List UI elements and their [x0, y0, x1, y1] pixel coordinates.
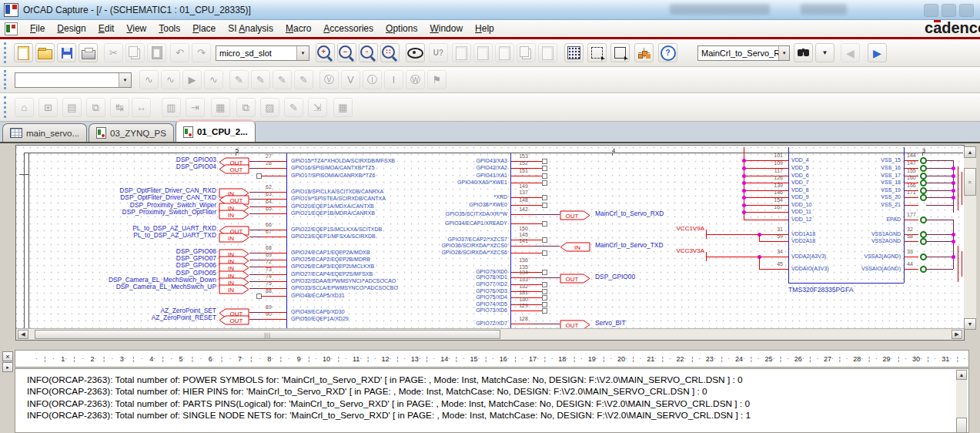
pin-number[interactable]: 28 [255, 160, 283, 166]
renumber-parts-button[interactable]: ⊞ [38, 98, 58, 117]
part-value-label[interactable]: TMS320F28335PGFA [788, 286, 854, 294]
power-wire[interactable] [706, 234, 788, 235]
tab-main-servo-[interactable]: main_servo... [2, 123, 87, 142]
net-label[interactable]: PL_to_DSP_AZ_UART_TXD [32, 232, 216, 239]
pin-number[interactable]: 150 [512, 226, 535, 232]
net-wire[interactable] [533, 324, 560, 324]
menu-si-analysis[interactable]: SI Analysis [222, 22, 279, 35]
edit-properties-button[interactable]: ✎ [284, 98, 303, 117]
edit-page-button[interactable]: ⧉ [86, 98, 105, 117]
pin-number[interactable]: 128 [512, 316, 535, 322]
toggle-power-display-button[interactable]: ⚑ [427, 70, 447, 89]
toggle-voltage-display-button[interactable]: Ⅴ [341, 70, 360, 89]
net-wire[interactable] [926, 160, 953, 161]
schematic-v-scrollbar[interactable]: ▲ ≡ ▼ [964, 146, 976, 330]
pin-name[interactable]: GPIO22/EQEP1S/MCLKXA/SCITXDB [291, 227, 382, 233]
zoom-all-button[interactable]: ∷ [380, 43, 400, 62]
pin-name[interactable]: GPIO41/XA1 [301, 173, 507, 179]
pin-wire[interactable] [263, 237, 286, 237]
pin-wire[interactable] [511, 214, 533, 215]
pin-number[interactable]: 132 [512, 284, 535, 290]
pin-number[interactable]: 145 [512, 232, 535, 238]
redo-button[interactable]: ↷ [192, 43, 211, 62]
menu-tools[interactable]: Tools [152, 22, 186, 35]
pin-name[interactable]: VDD_11 [791, 209, 811, 215]
pin-number[interactable]: 89 [255, 304, 283, 310]
zoom-area-button[interactable]: ▫ [359, 43, 378, 62]
menu-macro[interactable]: Macro [279, 22, 317, 35]
pin-width-button[interactable]: ↔ [132, 98, 151, 117]
net-wire[interactable] [926, 205, 953, 206]
expand-log-button[interactable]: ▸ [2, 362, 13, 372]
browse-library-button[interactable]: ▥ [162, 98, 181, 117]
pin-wire[interactable] [261, 296, 286, 297]
pin-number[interactable]: 90 [255, 311, 283, 317]
page-frame[interactable] [19, 174, 28, 175]
pin-name[interactable]: VSS_17 [805, 173, 901, 179]
new-simulation-profile-button[interactable]: ∿ [139, 70, 159, 89]
pin-number[interactable]: 152 [512, 160, 535, 166]
pin-wire[interactable] [511, 324, 533, 324]
pin-number[interactable]: 146 [758, 190, 783, 196]
pin-wire[interactable] [511, 176, 542, 176]
port-symbol-in[interactable]: IN [219, 209, 249, 219]
ic-body-edge[interactable] [510, 153, 511, 329]
pin-name[interactable]: GPIO43/XA3 [301, 158, 507, 164]
signal-search-combo[interactable]: MainCrl_to_Servo_RXD▼ [697, 45, 790, 61]
pin-name[interactable]: VSSA2(AGND) [805, 253, 901, 260]
pin-name[interactable]: GPIO78/XD1 [301, 274, 507, 280]
toggle-visibility-button[interactable] [406, 43, 425, 62]
pin-number[interactable]: 75 [255, 280, 283, 287]
minimize-button[interactable] [924, 4, 938, 17]
pin-number[interactable]: 149 [512, 183, 535, 190]
schematic-h-scrollbar[interactable]: ◀ ||| ▶ [16, 328, 964, 340]
pin-number[interactable]: 101 [758, 153, 783, 159]
menu-window[interactable]: Window [423, 22, 469, 35]
create-netlist-button[interactable] [495, 43, 514, 62]
log-v-scrollbar[interactable]: ▲ [956, 370, 967, 433]
power-net-label[interactable]: VCC3V3A [655, 247, 704, 254]
net-wire[interactable] [533, 214, 560, 215]
pin-name[interactable]: VSS1AGND [805, 231, 901, 237]
pin-name[interactable]: GPIO36/SCIRXDA/*XZCS0 [301, 243, 507, 249]
enable-power-display-button[interactable]: Ⓦ [406, 70, 425, 89]
pin-wire[interactable] [905, 269, 918, 270]
pin-name[interactable]: GPIO73/XD6 [301, 307, 507, 314]
page-frame[interactable] [28, 153, 29, 329]
close-log-button[interactable]: × [2, 351, 13, 361]
spreadsheet-button[interactable]: ▦ [333, 98, 353, 117]
pin-name[interactable]: VSS_15 [805, 157, 901, 163]
pin-number[interactable]: 27 [255, 153, 283, 159]
voltage-level-marker-button[interactable]: ✎ [229, 70, 249, 89]
pin-wire[interactable] [263, 213, 286, 214]
pin-number[interactable]: 67 [255, 229, 283, 235]
zoom-out-button[interactable]: − [337, 43, 356, 62]
session-log-text[interactable]: INFO(ORCAP-2363): Total number of: POWER… [15, 368, 969, 433]
power-net-label[interactable]: VCC1V9A [655, 225, 704, 232]
zoom-in-button[interactable]: + [316, 43, 335, 62]
toolbar-grip[interactable] [4, 70, 9, 89]
pin-number[interactable]: 68 [255, 245, 283, 251]
undo-button[interactable]: ↶ [170, 43, 189, 62]
pin-number[interactable]: 34 [758, 249, 783, 255]
net-label[interactable]: DSP_GPIO04 [32, 163, 216, 170]
pin-spacing-button[interactable]: ↹ [110, 98, 129, 117]
net-wire[interactable] [249, 319, 263, 320]
pin-number[interactable]: 137 [512, 190, 535, 196]
import-design-button[interactable]: ⇥ [186, 98, 205, 117]
power-wire[interactable] [706, 257, 788, 257]
pin-wire[interactable] [744, 220, 788, 220]
pin-number[interactable]: 153 [512, 153, 535, 159]
pin-wire[interactable] [905, 241, 918, 242]
net-label[interactable]: Servo_BIT [595, 320, 626, 327]
power-wire[interactable] [759, 269, 788, 270]
pin-name[interactable]: *XRD [301, 194, 507, 200]
pin-number[interactable]: 88 [255, 288, 283, 294]
pin-wire[interactable] [905, 220, 918, 220]
find-next-button[interactable]: ▶ [868, 43, 887, 62]
net-wire[interactable] [249, 237, 263, 237]
chevron-down-icon[interactable]: ▼ [119, 73, 131, 87]
pin-number[interactable]: 72 [255, 259, 283, 265]
run-simulation-button[interactable]: ▶ [182, 70, 202, 89]
pin-wire[interactable] [905, 257, 918, 257]
